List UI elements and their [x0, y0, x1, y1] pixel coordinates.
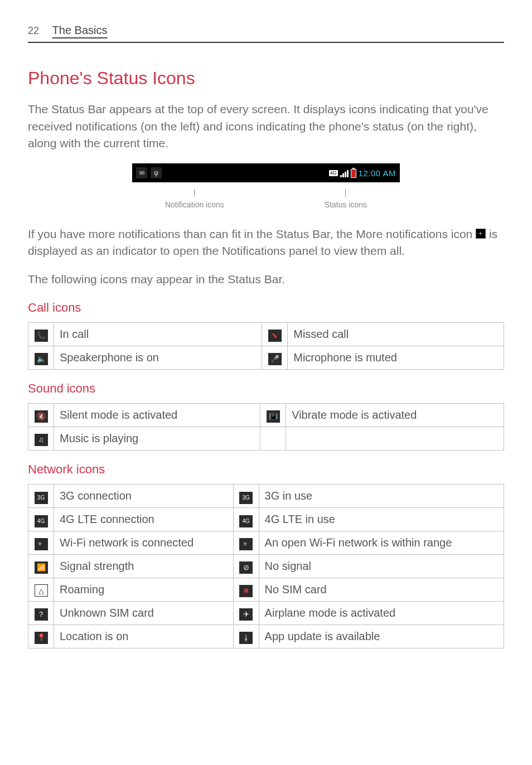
cell-label: Music is playing — [54, 427, 260, 451]
page-header: 22 The Basics — [28, 22, 504, 43]
signal-icon: 📶 — [35, 561, 48, 574]
table-row: 📍 Location is on ⭳ App update is availab… — [28, 624, 504, 648]
cell-label: Wi-Fi network is connected — [54, 531, 234, 554]
cell-label: In call — [54, 323, 262, 346]
no-signal-icon: ⊘ — [239, 561, 253, 574]
unknown-sim-icon: ? — [35, 608, 48, 621]
cell-label: Missed call — [288, 323, 504, 346]
network-icons-table: 3G 3G connection 3G 3G in use 4G 4G LTE … — [28, 484, 504, 648]
callout-left-label: Notification icons — [165, 199, 224, 210]
cell-label: Roaming — [54, 578, 234, 601]
cell-label: Signal strength — [54, 554, 234, 578]
phone-icon: 📞 — [35, 330, 48, 342]
empty-cell — [260, 427, 286, 451]
cell-label: No SIM card — [259, 578, 504, 601]
empty-cell — [286, 427, 504, 451]
cell-label: 3G connection — [54, 484, 234, 507]
sound-icons-heading: Sound icons — [28, 380, 504, 398]
page-title: Phone's Status Icons — [28, 65, 504, 91]
cell-label: Airplane mode is activated — [259, 601, 504, 624]
network-icons-heading: Network icons — [28, 461, 504, 478]
table-row: △ Roaming ✖ No SIM card — [28, 578, 504, 601]
wifi-icon: ᯤ — [35, 538, 48, 550]
4g-conn-icon: 4G — [35, 515, 48, 527]
table-row: 📞 In call ⬊ Missed call — [28, 323, 504, 346]
cell-label: No signal — [259, 554, 504, 578]
cell-label: Microphone is muted — [288, 346, 504, 370]
intro-paragraph: The Status Bar appears at the top of eve… — [28, 101, 504, 152]
missed-call-icon: ⬊ — [268, 330, 282, 342]
usb-icon — [151, 167, 162, 178]
table-row: 4G 4G LTE connection 4G 4G LTE in use — [28, 507, 504, 531]
roaming-icon: △ — [35, 584, 48, 597]
cell-label: An open Wi-Fi network is within range — [259, 531, 504, 554]
3g-use-icon: 3G — [239, 492, 253, 504]
table-row: 3G 3G connection 3G 3G in use — [28, 484, 504, 507]
table-row: 🔇 Silent mode is activated 📳 Vibrate mod… — [28, 404, 504, 427]
vibrate-icon: 📳 — [267, 410, 280, 423]
table-row: ᯤ Wi-Fi network is connected ᯤ An open W… — [28, 531, 504, 554]
music-icon: ♫ — [35, 434, 48, 446]
table-row: ? Unknown SIM card ✈ Airplane mode is ac… — [28, 601, 504, 624]
cell-label: Silent mode is activated — [54, 404, 260, 427]
more-notifications-icon — [476, 229, 486, 239]
callout-status-icons: Status icons — [325, 189, 367, 210]
4g-use-icon: 4G — [239, 515, 253, 527]
airplane-icon: ✈ — [239, 608, 253, 621]
statusbar-time: 12:00 AM — [359, 167, 396, 180]
signal-bars-icon — [340, 170, 349, 177]
table-row: ♫ Music is playing — [28, 427, 504, 451]
section-name: The Basics — [52, 24, 108, 36]
silent-icon: 🔇 — [35, 410, 48, 423]
cell-label: 3G in use — [259, 484, 504, 507]
cell-label: Location is on — [54, 624, 234, 648]
update-icon: ⭳ — [239, 632, 253, 644]
location-icon: 📍 — [35, 632, 48, 644]
lte-badge-icon: 4G — [329, 170, 338, 176]
3g-conn-icon: 3G — [35, 492, 48, 504]
following-icons-paragraph: The following icons may appear in the St… — [28, 271, 504, 288]
speakerphone-icon: 🔈 — [35, 353, 48, 365]
no-sim-icon: ✖ — [239, 585, 253, 597]
statusbar-figure: 4G 12:00 AM Notification icons Status ic… — [28, 163, 504, 210]
table-row: 📶 Signal strength ⊘ No signal — [28, 554, 504, 578]
sound-icons-table: 🔇 Silent mode is activated 📳 Vibrate mod… — [28, 403, 504, 451]
call-icons-table: 📞 In call ⬊ Missed call 🔈 Speakerphone i… — [28, 322, 504, 370]
cell-label: App update is available — [259, 624, 504, 648]
table-row: 🔈 Speakerphone is on 🎤 Microphone is mut… — [28, 346, 504, 370]
cell-label: Unknown SIM card — [54, 601, 234, 624]
statusbar-mock: 4G 12:00 AM — [132, 163, 400, 182]
cell-label: Vibrate mode is activated — [286, 404, 504, 427]
wifi-open-icon: ᯤ — [239, 538, 253, 550]
message-icon — [136, 167, 147, 178]
callout-right-label: Status icons — [325, 199, 367, 210]
call-icons-heading: Call icons — [28, 299, 504, 317]
page-number: 22 — [28, 25, 39, 36]
callout-notification-icons: Notification icons — [165, 189, 224, 210]
para2-a: If you have more notifications than can … — [28, 227, 476, 240]
cell-label: 4G LTE in use — [259, 507, 504, 531]
cell-label: 4G LTE connection — [54, 507, 234, 531]
cell-label: Speakerphone is on — [54, 346, 262, 370]
more-notifications-paragraph: If you have more notifications than can … — [28, 226, 504, 260]
mic-mute-icon: 🎤 — [268, 353, 282, 365]
battery-icon — [351, 169, 356, 178]
